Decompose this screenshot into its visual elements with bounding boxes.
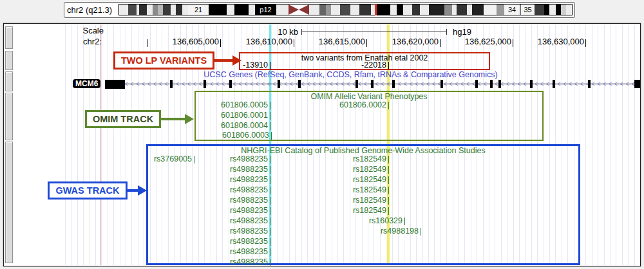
chromosome-band <box>561 5 566 15</box>
gwas-snp-label[interactable]: rs4988235 <box>230 217 268 225</box>
coordinate-label: 136,625,000 <box>465 37 511 46</box>
coordinate-tick <box>440 39 440 47</box>
chromosome-band <box>319 5 326 15</box>
genes-track-title[interactable]: UCSC Genes (RefSeq, GenBank, CCDS, Rfam,… <box>65 71 636 79</box>
gene-label-mcm6[interactable]: MCM6 <box>73 79 100 88</box>
chromosome-band <box>412 5 420 15</box>
gwas-snp-label[interactable]: rs4988235 <box>230 227 268 236</box>
track-drag-handle[interactable] <box>5 71 13 91</box>
chromosome-band <box>249 5 255 15</box>
omim-allele-label[interactable]: 601806.0004 <box>221 122 268 130</box>
gwas-snp-label[interactable]: rs182549 <box>353 186 386 194</box>
gwas-snp-label[interactable]: rs182549 <box>353 165 386 174</box>
green-arrow-head-icon <box>185 114 194 124</box>
item-tick <box>270 259 270 266</box>
item-tick <box>388 156 389 163</box>
item-tick <box>270 228 270 236</box>
green-arrow <box>161 118 185 120</box>
genome-browser-panel: Scale chr2: 136,605,000136,610,000136,61… <box>3 23 641 266</box>
ideogram-band-bar[interactable]: 21p123435 <box>118 4 573 15</box>
gwas-snp-label[interactable]: rs4988235 <box>230 237 268 246</box>
blue-arrow-head-icon <box>138 185 147 196</box>
scale-bar-cap <box>446 29 447 35</box>
chromosome-band: p12 <box>255 5 276 15</box>
chromosome-band <box>147 5 153 15</box>
ideogram-position-marker <box>375 4 377 15</box>
chromosome-band <box>234 5 249 15</box>
annotation-two-lp-variants: TWO LP VARIANTS <box>113 51 214 70</box>
chromosome-band <box>182 5 188 15</box>
gene-exon-tick <box>278 80 280 88</box>
item-tick <box>270 112 270 120</box>
assembly-label: hg19 <box>453 28 471 36</box>
chromosome-band <box>484 5 497 15</box>
gwas-snp-label[interactable]: rs4988235 <box>230 186 268 194</box>
track-drag-handle[interactable] <box>5 51 13 70</box>
track-drag-handle[interactable] <box>5 26 13 49</box>
annotation-two-lp-variants-label: TWO LP VARIANTS <box>121 55 207 66</box>
gwas-snp-label[interactable]: rs4988235 <box>230 258 268 266</box>
track-drag-handle[interactable] <box>5 142 13 263</box>
gwas-snp-label[interactable]: rs4988198 <box>381 227 419 236</box>
gwas-snp-label[interactable]: rs182549 <box>353 155 386 163</box>
gwas-snp-label[interactable]: rs4988235 <box>230 155 268 163</box>
chromosome-band <box>350 5 359 15</box>
omim-allele-label[interactable]: 601806.0003 <box>222 131 269 140</box>
variant-label[interactable]: -13910 <box>243 61 268 70</box>
gwas-snp-label[interactable]: rs182549 <box>353 207 386 215</box>
chromosome-band <box>227 5 234 15</box>
item-tick <box>388 102 389 109</box>
coordinate-label: 136,610,000 <box>246 37 292 46</box>
chromosome-band <box>376 5 390 15</box>
item-tick <box>388 207 389 215</box>
gwas-snp-label[interactable]: rs182549 <box>353 176 386 184</box>
chromosome-band <box>171 5 176 15</box>
coordinate-label: 136,630,000 <box>538 37 584 46</box>
gwas-snp-label[interactable]: rs4988235 <box>230 248 268 256</box>
variant-label[interactable]: -22018 <box>361 61 386 70</box>
chromosome-band <box>556 5 561 15</box>
gwas-snp-label[interactable]: rs4988235 <box>230 196 268 205</box>
item-tick <box>404 218 405 225</box>
omim-allele-label[interactable]: 601806.0005 <box>221 101 268 109</box>
band-label: 21 <box>188 5 209 14</box>
gwas-snp-label[interactable]: rs4988235 <box>230 176 268 184</box>
coordinate-tick <box>147 39 147 47</box>
item-tick <box>270 166 270 174</box>
chromosome-band: 35 <box>521 5 535 15</box>
chromosome-band <box>128 5 137 15</box>
coordinate-tick <box>366 39 367 47</box>
gene-exon-tick <box>553 80 555 88</box>
chromosome-label: chr2 (q21.3) <box>67 5 112 15</box>
omim-allele-label[interactable]: 601806.0001 <box>221 111 268 120</box>
item-tick <box>270 207 270 215</box>
chromosome-band <box>566 5 572 15</box>
annotation-gwas-track-label: GWAS TRACK <box>55 185 119 196</box>
item-tick <box>270 122 270 130</box>
chromosome-band <box>119 5 128 15</box>
ucsc-genome-browser-screenshot: chr2 (q21.3) 21p123435 Scale chr2: 136,6… <box>0 0 644 269</box>
gene-exon-tick <box>475 80 478 88</box>
gwas-snp-label[interactable]: rs160329 <box>369 217 402 225</box>
chrom-label: chr2: <box>83 37 102 46</box>
gwas-snp-label[interactable]: rs4988235 <box>230 207 268 215</box>
chromosome-band <box>452 5 457 15</box>
item-tick <box>388 166 389 174</box>
chromosome-band <box>209 5 227 15</box>
item-tick <box>270 156 270 163</box>
omim-allele-label[interactable]: 601806.0002 <box>339 101 386 109</box>
chromosome-band <box>359 5 371 15</box>
chromosome-band <box>535 5 544 15</box>
centromere-icon <box>289 5 299 15</box>
chromosome-ideogram[interactable]: chr2 (q21.3) 21p123435 <box>64 2 575 18</box>
item-tick <box>194 156 194 163</box>
gene-exon-tick <box>229 80 232 88</box>
track-drag-handle[interactable] <box>5 93 13 140</box>
gwas-snp-label[interactable]: rs4988235 <box>230 165 268 174</box>
chromosome-band <box>176 5 182 15</box>
item-tick <box>270 187 270 194</box>
gwas-snp-label[interactable]: rs182549 <box>353 196 386 205</box>
gwas-snp-label[interactable]: rs3769005 <box>154 155 192 163</box>
item-tick <box>270 218 270 225</box>
gene-exon-tick <box>392 80 395 88</box>
